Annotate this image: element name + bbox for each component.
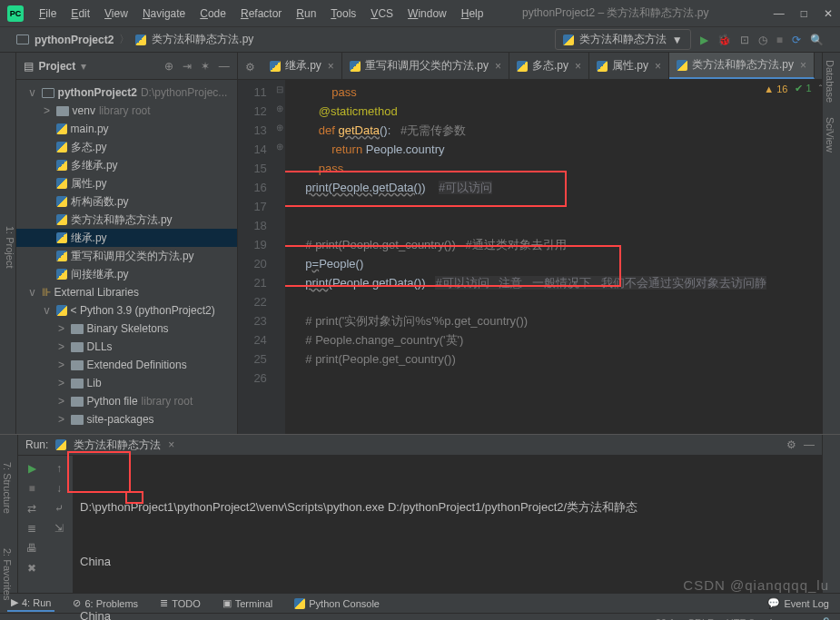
layout-icon[interactable]: ⇄: [27, 502, 36, 515]
debug-icon[interactable]: 🐞: [717, 34, 731, 46]
console-output[interactable]: D:\pythonProject1\pythonProject2\venv\Sc…: [73, 435, 822, 593]
tree-row[interactable]: > site-packages: [16, 410, 237, 428]
close-icon[interactable]: ✕: [824, 7, 833, 20]
menu-window[interactable]: Window: [401, 5, 453, 23]
menu-help[interactable]: Help: [455, 5, 490, 23]
database-tool-button[interactable]: Database: [823, 53, 837, 110]
gear-icon[interactable]: ⚙: [238, 55, 262, 79]
title-bar: PC FileEditViewNavigateCodeRefactorRunTo…: [0, 0, 840, 27]
tree-row[interactable]: 间接继承.py: [16, 265, 237, 283]
editor-area: ⚙ 继承.py×重写和调用父类的方法.py×多态.py×属性.py×类方法和静态…: [238, 53, 840, 434]
menu-edit[interactable]: Edit: [64, 5, 96, 23]
window-title: pythonProject2 – 类方法和静态方法.py: [522, 5, 708, 21]
breadcrumb: pythonProject2 〉 类方法和静态方法.py: [16, 32, 253, 47]
tree-row[interactable]: > Lib: [16, 374, 237, 392]
chevron-down-icon[interactable]: ▾: [81, 60, 86, 73]
editor-tab[interactable]: 属性.py×: [589, 53, 669, 79]
delete-icon[interactable]: ✖: [27, 562, 36, 575]
close-tab-icon[interactable]: ×: [800, 59, 806, 72]
folder-icon: [16, 34, 29, 44]
tree-row[interactable]: > venv library root: [16, 102, 237, 120]
menu-navigate[interactable]: Navigate: [136, 5, 192, 23]
favorites-tool-button[interactable]: 2: Favorites: [0, 541, 15, 607]
menu-run[interactable]: Run: [290, 5, 322, 23]
window-controls: — □ ✕: [774, 7, 833, 20]
hide-icon[interactable]: —: [219, 60, 230, 73]
update-icon[interactable]: ⟳: [792, 34, 801, 46]
tree-row[interactable]: 析构函数.py: [16, 192, 237, 211]
fold-gutter[interactable]: ⊟ ⊕ ⊕ ⊕: [274, 80, 285, 434]
editor-tab[interactable]: 类方法和静态方法.py×: [669, 53, 815, 79]
print-icon[interactable]: 🖶: [26, 542, 37, 555]
code-body[interactable]: pass @staticmethod def getData(): #无需传参数…: [285, 80, 840, 434]
locate-icon[interactable]: ⊕: [164, 60, 173, 73]
sciview-tool-button[interactable]: SciView: [823, 110, 837, 160]
run-config-selector[interactable]: 类方法和静态方法 ▼: [555, 29, 691, 50]
tree-row[interactable]: > Binary Skeletons: [16, 320, 237, 338]
close-tab-icon[interactable]: ×: [495, 60, 501, 73]
menu-code[interactable]: Code: [193, 5, 232, 23]
app-logo: PC: [7, 5, 24, 22]
python-file-icon: [135, 34, 146, 45]
menu-file[interactable]: File: [33, 5, 63, 23]
tree-row[interactable]: v < Python 3.9 (pythonProject2): [16, 301, 237, 320]
nav-bar: pythonProject2 〉 类方法和静态方法.py 类方法和静态方法 ▼ …: [0, 27, 840, 53]
project-tool-button[interactable]: 1: Project: [5, 60, 15, 434]
structure-tool-button[interactable]: 7: Structure: [0, 435, 15, 541]
minimize-icon[interactable]: —: [774, 7, 785, 20]
editor-tabs: ⚙ 继承.py×重写和调用父类的方法.py×多态.py×属性.py×类方法和静态…: [238, 53, 840, 80]
menu-view[interactable]: View: [98, 5, 134, 23]
search-icon[interactable]: 🔍: [810, 34, 824, 46]
code-editor[interactable]: ▲ 16 ✔ 1 ˆˇ 11 12 13 14 15 16 17 18 19 2…: [238, 80, 840, 434]
tree-row[interactable]: 继承.py: [16, 229, 237, 247]
rerun-icon[interactable]: ▶: [28, 462, 36, 475]
export-icon[interactable]: ⇲: [54, 522, 64, 535]
tree-row[interactable]: 类方法和静态方法.py: [16, 211, 237, 229]
menu-vcs[interactable]: VCS: [364, 5, 400, 23]
stop-icon[interactable]: ■: [28, 482, 35, 495]
tree-row[interactable]: 多继承.py: [16, 156, 237, 174]
tree-row[interactable]: v pythonProject2 D:\pythonProjec...: [16, 84, 237, 102]
up-icon[interactable]: ↑: [56, 462, 62, 475]
breadcrumb-root[interactable]: pythonProject2: [35, 34, 114, 46]
tree-row[interactable]: > DLLs: [16, 338, 237, 356]
tree-row[interactable]: main.py: [16, 120, 237, 138]
inspection-widget[interactable]: ▲ 16 ✔ 1 ˆˇ: [764, 83, 833, 94]
project-select-icon[interactable]: ▤: [24, 60, 34, 73]
line-gutter[interactable]: 11 12 13 14 15 16 17 18 19 20 21 22 23 2…: [238, 80, 274, 434]
close-tab-icon[interactable]: ×: [575, 60, 581, 73]
settings-icon[interactable]: ✶: [201, 60, 210, 73]
menu-refactor[interactable]: Refactor: [234, 5, 288, 23]
menu-tools[interactable]: Tools: [324, 5, 362, 23]
tree-row[interactable]: > Extended Definitions: [16, 356, 237, 374]
editor-tab[interactable]: 重写和调用父类的方法.py×: [342, 53, 509, 79]
project-tree[interactable]: v pythonProject2 D:\pythonProjec...> ven…: [16, 80, 237, 434]
run-icon[interactable]: ▶: [700, 34, 708, 46]
profile-icon[interactable]: ◷: [758, 34, 767, 46]
main-menu: FileEditViewNavigateCodeRefactorRunTools…: [33, 5, 489, 23]
python-file-icon: [55, 439, 66, 450]
scroll-icon[interactable]: ≣: [27, 522, 36, 535]
tree-row[interactable]: 多态.py: [16, 138, 237, 156]
editor-tab[interactable]: 多态.py×: [509, 53, 589, 79]
maximize-icon[interactable]: □: [801, 7, 807, 20]
right-stripe: Database SciView: [822, 53, 840, 434]
tree-row[interactable]: v⊪ External Libraries: [16, 283, 237, 301]
close-tab-icon[interactable]: ×: [328, 60, 334, 73]
down-icon[interactable]: ↓: [56, 482, 62, 495]
stop-icon[interactable]: ■: [776, 34, 783, 46]
coverage-icon[interactable]: ⊡: [740, 34, 749, 46]
breadcrumb-file[interactable]: 类方法和静态方法.py: [152, 32, 253, 47]
close-tab-icon[interactable]: ×: [655, 60, 661, 73]
tree-row[interactable]: 重写和调用父类的方法.py: [16, 247, 237, 265]
editor-tab[interactable]: 继承.py×: [262, 53, 342, 79]
right-stripe-lower: [822, 435, 840, 593]
console-cmd: D:\pythonProject1\pythonProject2\venv\Sc…: [80, 498, 815, 517]
left-stripe: 1: Project: [0, 53, 16, 434]
tree-row[interactable]: > Python file library root: [16, 392, 237, 410]
tree-row[interactable]: 属性.py: [16, 174, 237, 192]
left-stripe-lower: 7: Structure 2: Favorites: [0, 435, 18, 593]
run-toolbar-2: ↑ ↓ ⤶ ⇲: [45, 435, 73, 593]
wrap-icon[interactable]: ⤶: [54, 502, 64, 515]
collapse-icon[interactable]: ⇥: [183, 60, 192, 73]
